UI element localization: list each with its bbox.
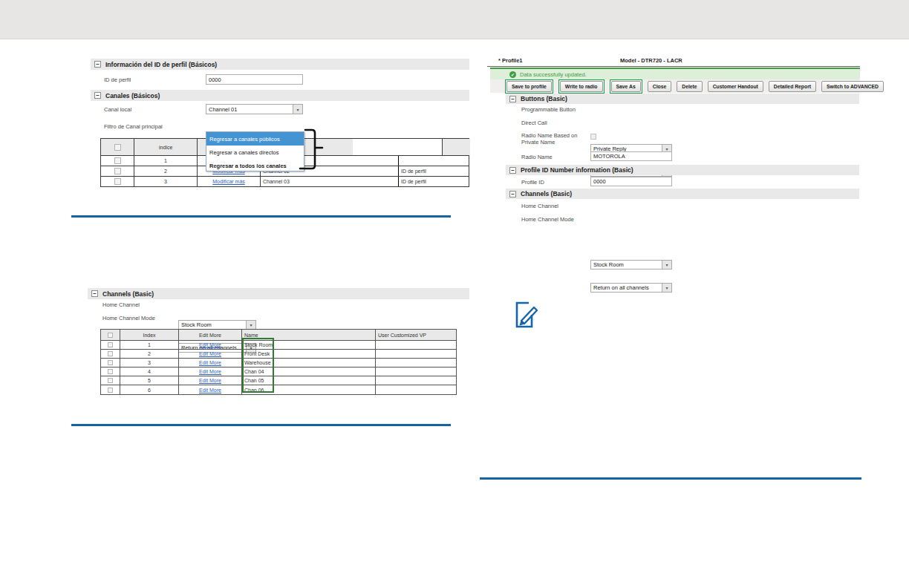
edit-more-link[interactable]: Edit More xyxy=(199,378,221,383)
status-message-bar: ✔ Data successfully updated. xyxy=(490,69,860,79)
checkbox-cell xyxy=(101,341,120,349)
delete-button[interactable]: Delete xyxy=(677,81,702,92)
edit-more-link[interactable]: Edit More xyxy=(199,369,221,374)
row-checkbox[interactable] xyxy=(114,178,121,185)
select-all-checkbox[interactable] xyxy=(114,144,121,151)
checkbox-cell xyxy=(101,350,120,358)
extra-cell: ID de perfil xyxy=(399,166,469,176)
section-title: Channels (Basic) xyxy=(102,290,154,298)
selected-value: Stock Room xyxy=(181,321,212,328)
table-row: 3 Modificar más Channel 03 ID de perfil xyxy=(101,177,469,187)
status-message: Data successfully updated. xyxy=(520,71,587,78)
index-cell: 1 xyxy=(120,341,179,349)
channel-table-en: Index Edit More Name User Customized VP … xyxy=(100,329,457,395)
success-check-icon: ✔ xyxy=(509,71,516,78)
chevron-down-icon[interactable]: ▾ xyxy=(662,284,671,292)
radio-name-input[interactable] xyxy=(590,151,672,161)
row-checkbox[interactable] xyxy=(108,378,113,383)
row-checkbox[interactable] xyxy=(108,388,113,393)
index-cell: 5 xyxy=(120,376,179,385)
collapse-icon[interactable]: − xyxy=(94,61,101,68)
edit-cell: Edit More xyxy=(179,368,242,376)
index-cell: 4 xyxy=(120,368,179,376)
chevron-down-icon[interactable]: ▾ xyxy=(246,321,255,329)
bracket-annotation xyxy=(296,125,327,175)
index-cell: 3 xyxy=(120,359,179,367)
programmable-button-label: Programmable Button xyxy=(521,106,576,113)
section-bar-profile-id: − Profile ID Number information (Basic) xyxy=(506,165,859,175)
row-checkbox[interactable] xyxy=(108,360,113,365)
collapse-icon[interactable]: − xyxy=(509,96,516,102)
model-title: Model - DTR720 - LACR xyxy=(620,57,682,64)
index-cell: 3 xyxy=(134,177,198,186)
save-as-button[interactable]: Save As xyxy=(611,81,641,92)
radio-name-label: Radio Name xyxy=(521,154,553,160)
switch-to-advanced-button[interactable]: Switch to ADVANCED xyxy=(821,81,884,92)
selected-value: Stock Room xyxy=(593,261,624,268)
customer-handout-button[interactable]: Customer Handout xyxy=(708,81,763,92)
note-edit-icon xyxy=(514,300,541,330)
radio-name-private-checkbox[interactable] xyxy=(590,134,596,140)
name-column-highlight-annotation xyxy=(242,338,274,393)
header-index: Index xyxy=(120,330,179,340)
row-checkbox[interactable] xyxy=(114,168,121,174)
radio-name-private-label: Radio Name Based on Private Name xyxy=(521,132,587,146)
dropdown-option[interactable]: Regresar a canales directos xyxy=(206,146,304,159)
checkbox-cell xyxy=(101,156,134,166)
toolbar: Save to profile Write to radio Save As C… xyxy=(490,79,860,93)
section-title: Información del ID de perfil (Básicos) xyxy=(105,61,217,68)
collapse-icon[interactable]: − xyxy=(94,92,101,99)
edit-more-link[interactable]: Edit More xyxy=(199,360,221,365)
divider-line xyxy=(480,477,861,480)
row-checkbox[interactable] xyxy=(108,351,113,356)
home-channel-label-en: Home Channel xyxy=(102,301,140,308)
checkbox-cell xyxy=(101,376,120,385)
selected-value: Channel 01 xyxy=(209,106,237,113)
save-to-profile-button[interactable]: Save to profile xyxy=(506,81,552,92)
select-all-checkbox[interactable] xyxy=(108,333,113,338)
home-channel-mode-label-en: Home Channel Mode xyxy=(102,315,155,321)
row-checkbox[interactable] xyxy=(108,369,113,374)
dropdown-option[interactable]: Regresar a todos los canales xyxy=(206,159,304,172)
vp-cell xyxy=(376,359,456,367)
section-bar-channels-es: − Canales (Básicos) xyxy=(91,90,469,101)
home-channel-select-es[interactable]: Channel 01 ▾ xyxy=(206,104,303,114)
checkbox-cell xyxy=(101,385,120,394)
collapse-icon[interactable]: − xyxy=(91,290,98,297)
edit-more-link[interactable]: Edit More xyxy=(199,342,221,347)
edit-cell: Edit More xyxy=(179,359,242,367)
row-checkbox[interactable] xyxy=(108,342,113,347)
profile-id-input-es[interactable] xyxy=(206,74,303,85)
index-cell: 1 xyxy=(134,156,198,166)
section-bar-buttons: − Buttons (Basic) xyxy=(506,94,859,104)
divider-line xyxy=(71,215,451,218)
name-cell: Channel 03 xyxy=(261,177,399,186)
edit-more-link[interactable]: Edit More xyxy=(199,388,221,393)
header-rule xyxy=(487,66,860,67)
index-cell: 2 xyxy=(134,166,198,176)
write-to-radio-button[interactable]: Write to radio xyxy=(560,81,603,92)
row-checkbox[interactable] xyxy=(114,157,121,164)
dropdown-option[interactable]: Regresar a canales públicos xyxy=(206,132,304,146)
profile-id-input[interactable] xyxy=(590,177,672,186)
close-button[interactable]: Close xyxy=(648,81,672,92)
edit-cell: Edit More xyxy=(179,341,242,349)
checkbox-cell xyxy=(101,359,120,367)
edit-more-link[interactable]: Modificar más xyxy=(212,179,245,184)
table-row: 5 Edit More Chan 05 xyxy=(101,376,456,385)
profile-title: * Profile1 xyxy=(498,57,523,64)
chevron-down-icon[interactable]: ▾ xyxy=(293,105,302,114)
page-top-band xyxy=(0,0,909,39)
section-title: Canales (Básicos) xyxy=(105,92,160,99)
detailed-report-button[interactable]: Detailed Report xyxy=(769,81,816,92)
collapse-icon[interactable]: − xyxy=(509,191,516,197)
chevron-down-icon[interactable]: ▾ xyxy=(662,261,671,269)
edit-more-link[interactable]: Edit More xyxy=(199,351,221,356)
home-channel-select[interactable]: Stock Room ▾ xyxy=(590,260,672,270)
header-user-customized-vp: User Customized VP xyxy=(376,330,456,340)
collapse-icon[interactable]: − xyxy=(509,167,516,174)
edit-cell: Edit More xyxy=(179,376,242,385)
home-channel-mode-select[interactable]: Return on all channels ▾ xyxy=(590,283,672,293)
section-title: Channels (Basic) xyxy=(521,190,572,197)
table-header-row: Index Edit More Name User Customized VP xyxy=(101,330,456,341)
